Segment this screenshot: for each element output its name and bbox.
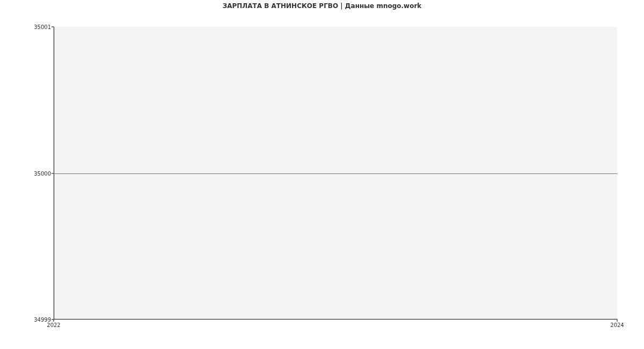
x-tick-label: 2022 xyxy=(47,322,60,328)
x-tick-label: 2024 xyxy=(610,322,624,328)
y-tick-label: 34999 xyxy=(3,317,51,323)
chart-title: ЗАРПЛАТА В АТНИНСКОЕ РГВО | Данные mnogo… xyxy=(0,2,644,10)
y-tick-label: 35001 xyxy=(3,24,51,30)
plot-area xyxy=(54,27,617,319)
chart-container: ЗАРПЛАТА В АТНИНСКОЕ РГВО | Данные mnogo… xyxy=(0,0,644,349)
y-tick-label: 35000 xyxy=(3,170,51,176)
x-tick-mark xyxy=(54,319,54,322)
x-tick-mark xyxy=(617,319,618,322)
data-line xyxy=(54,173,617,174)
